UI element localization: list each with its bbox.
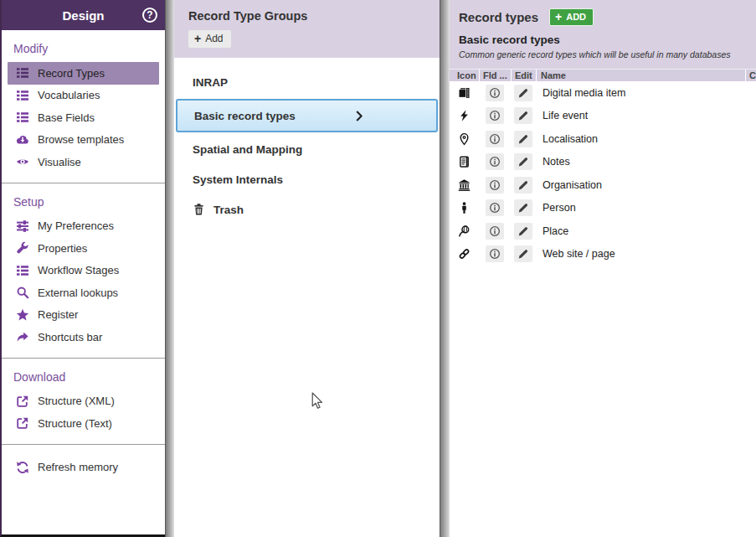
edit-button[interactable] [514,131,532,147]
column-header-c[interactable]: C [745,70,756,81]
group-item-label: System Internals [193,173,283,186]
pencil-icon [517,133,529,145]
pin-icon [458,132,471,146]
sliders-icon [16,219,29,233]
sidebar-section: Setup My Preferences Properties Workflow… [2,183,165,359]
splitter-right[interactable] [440,0,450,537]
edit-button[interactable] [514,107,532,124]
record-type-name: Notes [536,156,756,168]
sidebar-item-label: External lookups [38,287,118,299]
sidebar-item-register[interactable]: Register [8,304,159,327]
group-item-label: INRAP [193,76,228,89]
sidebar-item-my-preferences[interactable]: My Preferences [8,215,159,238]
sidebar-item-label: Properties [38,242,87,255]
group-item-label: Trash [213,204,244,216]
fields-info-button[interactable] [486,223,504,240]
record-type-name: Place [536,225,756,237]
add-group-button[interactable]: + Add [188,30,231,48]
external-link-icon [16,416,29,430]
edit-button[interactable] [514,85,532,101]
info-icon [489,179,501,191]
sidebar-item-browse-templates[interactable]: Browse templates [8,129,159,152]
sidebar-item-refresh-memory[interactable]: Refresh memory [8,457,159,479]
fields-info-button[interactable] [486,153,504,170]
help-icon[interactable]: ? [142,8,157,23]
sidebar-item-visualise[interactable]: Visualise [8,151,159,173]
record-type-row: Notes [450,151,756,174]
plus-icon: + [555,13,562,21]
group-item-inrap[interactable]: INRAP [174,67,440,97]
search-icon [16,286,29,299]
group-item-label: Basic record types [194,110,296,122]
pencil-icon [517,87,529,99]
column-header-fld[interactable]: Fld ... [479,70,511,81]
info-icon [489,133,501,145]
add-group-label: Add [205,33,223,44]
sidebar-item-label: Structure (Text) [38,417,112,430]
fields-info-button[interactable] [486,245,504,262]
groups-header: Record Type Groups + Add [174,0,440,58]
design-sidebar: Design ? Modify Record Types Vocabularie… [0,0,165,537]
sidebar-item-properties[interactable]: Properties [8,237,159,260]
sidebar-item-structure-text[interactable]: Structure (Text) [8,412,159,435]
types-table-header: IconFld ...EditNameC [450,69,756,81]
pencil-icon [517,110,529,121]
sidebar-item-base-fields[interactable]: Base Fields [8,106,159,129]
group-item-trash[interactable]: Trash [174,194,440,225]
sidebar-header: Design ? [2,0,165,30]
bank-icon [458,178,471,192]
sidebar-item-external-lookups[interactable]: External lookups [8,281,159,304]
fields-info-button[interactable] [486,85,504,101]
plus-icon: + [194,34,201,44]
pencil-icon [517,225,529,237]
selected-group-description: Common generic record types which will b… [459,49,756,59]
refresh-icon [16,461,29,474]
types-panel-title: Record types [459,10,538,24]
column-header-icon[interactable]: Icon [450,70,479,81]
trash-icon [193,203,205,216]
record-type-row: Web site / page [450,243,756,266]
sidebar-item-label: Workflow Stages [38,264,119,276]
sidebar-item-record-types[interactable]: Record Types [8,62,159,85]
sidebar-sections: Modify Record Types Vocabularies Base Fi… [2,30,165,488]
splitter-left[interactable] [165,0,174,537]
sidebar-item-label: Vocabularies [38,89,100,101]
sidebar-item-label: Shortcuts bar [38,331,102,343]
wrench-icon [16,241,29,255]
edit-button[interactable] [514,245,532,262]
fields-info-button[interactable] [486,199,504,216]
cloud-download-icon [16,133,29,147]
place-icon [458,225,471,238]
fields-info-button[interactable] [486,131,504,147]
types-table-body: Digital media item Life event Localisati… [450,81,756,266]
column-header-name[interactable]: Name [536,70,745,81]
record-type-name: Life event [536,110,756,121]
notes-icon [458,155,471,168]
group-list: INRAP Basic record types Spatial and Map… [174,58,440,225]
add-record-type-button[interactable]: + ADD [549,8,594,26]
group-item-system-internals[interactable]: System Internals [174,164,440,194]
pencil-icon [517,179,529,191]
sidebar-item-shortcuts-bar[interactable]: Shortcuts bar [8,326,159,349]
pencil-icon [517,156,529,168]
group-item-spatial-and-mapping[interactable]: Spatial and Mapping [174,134,440,164]
info-icon [489,202,501,214]
fields-info-button[interactable] [486,177,504,194]
fields-info-button[interactable] [486,107,504,124]
edit-button[interactable] [514,177,532,194]
sidebar-item-workflow-stages[interactable]: Workflow Stages [8,260,159,282]
list-icon [16,264,29,277]
sidebar-title: Design [62,8,104,23]
column-header-edit[interactable]: Edit [511,70,536,81]
sidebar-item-structure-xml[interactable]: Structure (XML) [8,390,159,413]
bolt-icon [458,109,471,122]
edit-button[interactable] [514,223,532,240]
info-icon [489,110,501,121]
info-icon [489,87,501,99]
edit-button[interactable] [514,199,532,216]
record-type-row: Digital media item [450,81,756,105]
group-item-basic-record-types[interactable]: Basic record types [176,99,438,132]
edit-button[interactable] [514,153,532,170]
record-type-groups-panel: Record Type Groups + Add INRAP Basic rec… [174,0,440,537]
sidebar-item-vocabularies[interactable]: Vocabularies [8,85,159,107]
